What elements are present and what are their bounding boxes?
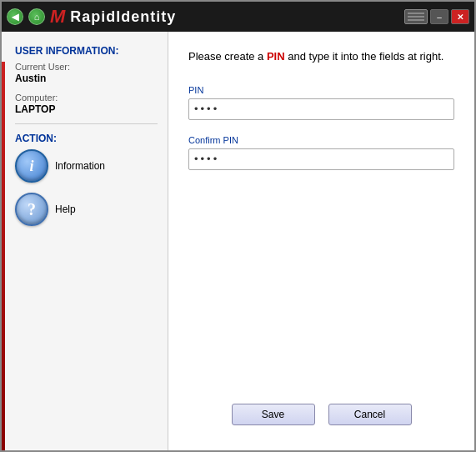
user-info-heading: USER INFORMATION:: [15, 45, 158, 57]
pin-field-group: PIN: [188, 85, 454, 120]
window-controls: – ✕: [404, 9, 469, 24]
confirm-pin-input[interactable]: [188, 148, 454, 170]
sidebar-divider: [15, 123, 158, 124]
save-button[interactable]: Save: [232, 404, 315, 425]
home-icon: ⌂: [34, 12, 40, 22]
instructions-text: Please create a PIN and type it into the…: [188, 48, 454, 65]
home-button[interactable]: ⌂: [28, 8, 45, 25]
sidebar: USER INFORMATION: Current User: Austin C…: [2, 32, 168, 450]
confirm-pin-label: Confirm PIN: [188, 135, 454, 145]
help-action[interactable]: ? Help: [15, 193, 158, 226]
titlebar-left: ◀ ⌂ M RapidIdentity: [7, 8, 176, 26]
pin-label: PIN: [188, 85, 454, 95]
back-icon: ◀: [12, 12, 18, 23]
help-label: Help: [55, 203, 76, 215]
minimize-icon: –: [437, 13, 442, 22]
confirm-pin-field-group: Confirm PIN: [188, 135, 454, 170]
application-window: ◀ ⌂ M RapidIdentity – ✕ USER INFORMATION…: [0, 0, 476, 452]
information-action[interactable]: i Information: [15, 149, 158, 183]
help-icon: ?: [15, 193, 48, 226]
app-title: RapidIdentity: [70, 8, 176, 26]
computer-value: LAPTOP: [15, 103, 158, 115]
close-button[interactable]: ✕: [451, 9, 469, 24]
action-heading: ACTION:: [15, 133, 158, 144]
keyboard-icon[interactable]: [404, 9, 428, 24]
information-icon: i: [15, 149, 48, 183]
button-row: Save Cancel: [188, 404, 454, 434]
current-user-label: Current User:: [15, 62, 158, 72]
titlebar: ◀ ⌂ M RapidIdentity – ✕: [2, 2, 474, 32]
information-label: Information: [55, 160, 105, 172]
content-area: USER INFORMATION: Current User: Austin C…: [2, 32, 474, 450]
spacer: [188, 185, 454, 404]
pin-highlight: PIN: [267, 50, 285, 63]
pin-input[interactable]: [188, 98, 454, 120]
current-user-value: Austin: [15, 73, 158, 84]
main-panel: Please create a PIN and type it into the…: [168, 32, 474, 450]
accent-bar: [2, 62, 5, 450]
back-button[interactable]: ◀: [7, 8, 23, 25]
cancel-button[interactable]: Cancel: [328, 404, 412, 425]
computer-label: Computer:: [15, 93, 158, 103]
close-icon: ✕: [457, 13, 463, 22]
logo-icon: M: [50, 8, 65, 26]
minimize-button[interactable]: –: [430, 9, 448, 24]
